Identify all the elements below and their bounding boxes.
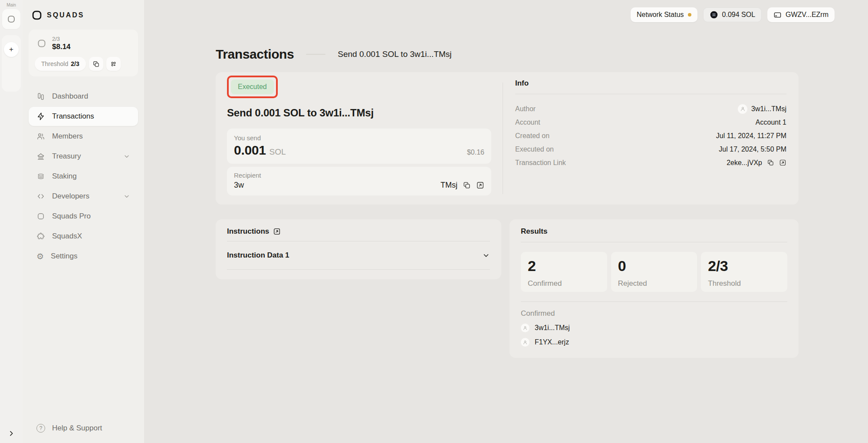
settings-gear-icon: ⚙ [36,252,44,261]
created-timestamp: Jul 11, 2024, 11:27 PM [716,132,786,140]
copy-transaction-link-button[interactable] [767,159,774,166]
instruction-data-row[interactable]: Instruction Data 1 [227,241,490,270]
rail-squad-tile[interactable] [2,9,20,29]
external-link-icon[interactable] [273,228,281,235]
info-row-author: Author 3w1i...TMsj [515,102,786,116]
members-icon [36,132,45,141]
vault-balance: $8.14 [52,43,71,51]
sidebar-item-label: Settings [51,252,77,261]
topbar: Network Status 0.094 SOL GWZV...EZrm [144,0,868,30]
confirmed-member-row: 3w1i...TMsj [521,324,787,332]
recipient-card: Recipient 3w TMsj [227,167,491,195]
info-heading: Info [515,79,786,94]
send-fiat-value: $0.16 [467,149,484,156]
instructions-panel: Instructions Instruction Data 1 [216,219,501,279]
qr-dots-icon [110,60,117,68]
copy-icon [463,181,471,189]
wallet-address-label: GWZV...EZrm [786,11,829,19]
recipient-address-end: TMsj [441,181,457,190]
external-link-icon [779,159,786,166]
confirmed-member-address: F1YX...erjz [535,338,569,346]
stat-rejected: 0 Rejected [611,252,697,292]
author-address: 3w1i...TMsj [751,105,786,113]
sidebar-item-treasury[interactable]: Treasury [29,147,138,166]
breadcrumb-divider [306,54,326,55]
sidebar-item-squads-pro[interactable]: Squads Pro [29,207,138,226]
send-token: SOL [270,147,286,157]
info-section: Info Author 3w1i...TMsj Account Account … [503,72,799,205]
results-divider [521,301,787,302]
dashboard-icon [36,92,45,101]
sidebar-item-label: Squads Pro [52,212,91,221]
sol-balance-label: 0.094 SOL [722,11,756,19]
account-name: Account 1 [756,119,786,126]
executed-timestamp: Jul 17, 2024, 5:50 PM [719,145,786,153]
wallet-card-icon [773,11,782,19]
confirmed-member-row: F1YX...erjz [521,338,787,347]
chevron-down-icon [123,153,130,160]
threshold-label: Threshold [41,60,68,67]
info-row-transaction-link: Transaction Link 2eke...jVXp [515,156,786,169]
help-support-link[interactable]: ? Help & Support [29,424,138,443]
sidebar-item-settings[interactable]: ⚙ Settings [29,247,138,266]
vault-card[interactable]: 2/3 $8.14 Threshold 2/3 [29,30,138,76]
sidebar-item-label: Members [52,132,83,141]
threshold-pill: Threshold 2/3 [35,57,86,71]
brand: SQUADS [29,0,138,23]
annotation-highlight: Executed [227,76,278,98]
open-transaction-explorer-button[interactable] [779,159,786,166]
you-send-label: You send [234,134,484,142]
qr-code-button[interactable] [106,57,121,71]
copy-address-button[interactable] [89,57,103,71]
collapse-sidebar-button[interactable] [8,430,15,437]
stat-threshold: 2/3 Threshold [701,252,787,292]
stat-confirmed: 2 Confirmed [521,252,607,292]
sidebar-item-developers[interactable]: Developers [29,187,138,206]
sol-balance-pill[interactable]: 0.094 SOL [703,7,762,22]
squadsx-puzzle-icon [36,232,45,241]
sidebar-item-label: Dashboard [52,92,88,101]
send-amount: 0.001 [234,143,266,158]
recipient-address-start: 3w [234,181,244,190]
squads-pro-icon [36,212,45,221]
transaction-title: Send 0.001 SOL to 3w1i...TMsj [227,107,491,119]
network-status-pill[interactable]: Network Status [631,7,697,22]
instruction-data-label: Instruction Data 1 [227,251,289,260]
add-squad-button[interactable]: + [4,42,19,57]
copy-recipient-button[interactable] [463,181,471,189]
breadcrumb: Send 0.001 SOL to 3w1i...TMsj [338,50,451,59]
results-heading: Results [521,227,787,242]
sidebar-item-dashboard[interactable]: Dashboard [29,87,138,106]
brand-wordmark: SQUADS [47,11,84,19]
instructions-heading: Instructions [227,227,269,236]
avatar [521,324,529,332]
sidebar-item-squadsx[interactable]: SquadsX [29,227,138,246]
page-header: Transactions Send 0.001 SOL to 3w1i...TM… [216,47,799,62]
sidebar-item-label: Treasury [52,152,81,161]
copy-icon [767,159,774,166]
info-row-account: Account Account 1 [515,116,786,129]
transaction-detail-panel: Executed Send 0.001 SOL to 3w1i...TMsj Y… [216,72,799,205]
chevron-right-icon [8,430,15,437]
wallet-pill[interactable]: GWZV...EZrm [767,7,835,22]
avatar [738,104,747,114]
staking-icon [36,172,45,181]
rail-main-label: Main [7,3,16,7]
copy-icon [92,60,100,68]
squad-squircle-icon [7,14,16,24]
sidebar-item-members[interactable]: Members [29,127,138,146]
sidebar-item-label: SquadsX [52,232,82,241]
sidebar-item-label: Transactions [52,112,94,121]
transactions-icon [36,112,45,121]
sidebar-item-label: Staking [52,172,77,181]
sidebar-item-transactions[interactable]: Transactions [29,107,138,126]
page-title: Transactions [216,47,294,62]
sidebar-item-staking[interactable]: Staking [29,167,138,186]
confirmed-list-heading: Confirmed [521,309,787,318]
main-area: Network Status 0.094 SOL GWZV...EZrm Tra… [144,0,868,443]
chevron-down-icon [123,193,130,200]
open-recipient-explorer-button[interactable] [476,181,484,189]
transaction-link[interactable]: 2eke...jVXp [727,159,762,167]
developers-icon [36,192,45,201]
squad-rail: Main + [0,0,23,443]
